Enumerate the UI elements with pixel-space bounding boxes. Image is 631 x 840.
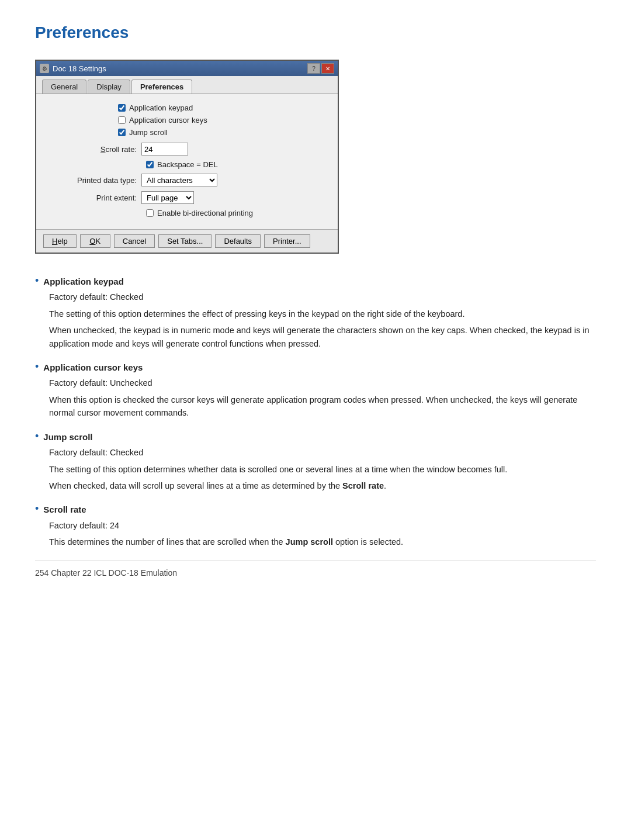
backspace-label: Backspace = DEL bbox=[157, 160, 218, 169]
doc-section: •Application keypadFactory default: Chec… bbox=[35, 275, 596, 350]
cancel-button[interactable]: Cancel bbox=[114, 234, 155, 248]
bullet-title: Application cursor keys bbox=[43, 361, 143, 374]
tab-display[interactable]: Display bbox=[88, 79, 130, 94]
doc-section: •Scroll rateFactory default: 24This dete… bbox=[35, 503, 596, 548]
scroll-rate-input[interactable] bbox=[141, 143, 188, 155]
doc-paragraph: This determines the number of lines that… bbox=[49, 535, 596, 548]
application-keypad-label: Application keypad bbox=[129, 103, 193, 112]
application-cursor-label: Application cursor keys bbox=[129, 116, 207, 125]
checkbox-application-cursor: Application cursor keys bbox=[118, 116, 326, 125]
factory-default: Factory default: Checked bbox=[49, 291, 596, 303]
bullet-item: •Scroll rate bbox=[35, 503, 596, 516]
print-extent-row: Print extent: Full page Scroll region bbox=[48, 191, 326, 204]
set-tabs-button[interactable]: Set Tabs... bbox=[158, 234, 212, 248]
dialog-titlebar-left: ⚙ Doc 18 Settings bbox=[40, 64, 106, 73]
factory-default: Factory default: 24 bbox=[49, 519, 596, 532]
titlebar-buttons: ? ✕ bbox=[307, 63, 334, 74]
page-title: Preferences bbox=[35, 23, 596, 42]
help-titlebar-button[interactable]: ? bbox=[307, 63, 320, 74]
footer-text: 254 Chapter 22 ICL DOC-18 Emulation bbox=[35, 568, 177, 578]
doc-paragraph: The setting of this option determines th… bbox=[49, 307, 596, 320]
doc-paragraph: The setting of this option determines wh… bbox=[49, 463, 596, 476]
bullet-title: Application keypad bbox=[43, 275, 124, 288]
printed-data-row: Printed data type: All characters Printa… bbox=[48, 174, 326, 186]
bidirectional-row: Enable bi-directional printing bbox=[146, 209, 326, 217]
doc-paragraph: When checked, data will scroll up severa… bbox=[49, 479, 596, 492]
jump-scroll-label: Jump scroll bbox=[129, 128, 168, 137]
scroll-rate-label: Scroll rate: bbox=[48, 145, 141, 154]
documentation-sections: •Application keypadFactory default: Chec… bbox=[35, 275, 596, 549]
close-titlebar-button[interactable]: ✕ bbox=[321, 63, 334, 74]
dialog-titlebar: ⚙ Doc 18 Settings ? ✕ bbox=[36, 61, 338, 76]
app-icon: ⚙ bbox=[40, 64, 49, 73]
checkbox-jump-scroll: Jump scroll bbox=[118, 128, 326, 137]
bidirectional-label: Enable bi-directional printing bbox=[157, 209, 253, 217]
backspace-row: Backspace = DEL bbox=[146, 160, 326, 169]
checkbox-application-keypad: Application keypad bbox=[118, 103, 326, 112]
dialog-body: Application keypad Application cursor ke… bbox=[36, 94, 338, 229]
doc-section: •Jump scrollFactory default: CheckedThe … bbox=[35, 430, 596, 493]
doc-section: •Application cursor keysFactory default:… bbox=[35, 361, 596, 420]
checkbox-backspace: Backspace = DEL bbox=[146, 160, 326, 169]
bullet-dot: • bbox=[35, 502, 39, 516]
dialog-window: ⚙ Doc 18 Settings ? ✕ General Display Pr… bbox=[35, 60, 339, 254]
checkbox-bidirectional: Enable bi-directional printing bbox=[146, 209, 326, 217]
defaults-button[interactable]: Defaults bbox=[215, 234, 261, 248]
bullet-item: •Jump scroll bbox=[35, 430, 596, 444]
factory-default: Factory default: Unchecked bbox=[49, 376, 596, 389]
help-button[interactable]: Help bbox=[43, 234, 77, 248]
bullet-item: •Application cursor keys bbox=[35, 361, 596, 374]
backspace-checkbox[interactable] bbox=[146, 161, 154, 168]
bullet-dot: • bbox=[35, 274, 39, 288]
tab-general[interactable]: General bbox=[42, 79, 86, 94]
doc-paragraph: When unchecked, the keypad is in numeric… bbox=[49, 324, 596, 350]
scroll-rate-row: Scroll rate: bbox=[48, 143, 326, 155]
page-footer: 254 Chapter 22 ICL DOC-18 Emulation bbox=[35, 561, 596, 578]
factory-default: Factory default: Checked bbox=[49, 446, 596, 459]
application-cursor-checkbox[interactable] bbox=[118, 116, 126, 124]
bidirectional-checkbox[interactable] bbox=[146, 209, 154, 217]
printed-data-label: Printed data type: bbox=[48, 176, 141, 185]
printer-button[interactable]: Printer... bbox=[264, 234, 310, 248]
bullet-dot: • bbox=[35, 359, 39, 374]
bullet-item: •Application keypad bbox=[35, 275, 596, 288]
bullet-dot: • bbox=[35, 429, 39, 444]
dialog-title: Doc 18 Settings bbox=[53, 64, 106, 73]
bullet-title: Jump scroll bbox=[43, 430, 92, 444]
printed-data-select[interactable]: All characters Printable only bbox=[141, 174, 217, 186]
checkboxes-group: Application keypad Application cursor ke… bbox=[118, 103, 326, 137]
tab-preferences[interactable]: Preferences bbox=[131, 79, 192, 94]
dialog-footer: Help OK Cancel Set Tabs... Defaults Prin… bbox=[36, 229, 338, 253]
print-extent-select[interactable]: Full page Scroll region bbox=[141, 191, 194, 204]
jump-scroll-checkbox[interactable] bbox=[118, 129, 126, 136]
doc-paragraph: When this option is checked the cursor k… bbox=[49, 393, 596, 420]
ok-button[interactable]: OK bbox=[80, 234, 110, 248]
bullet-title: Scroll rate bbox=[43, 503, 86, 516]
dialog-tabs: General Display Preferences bbox=[36, 76, 338, 94]
application-keypad-checkbox[interactable] bbox=[118, 104, 126, 112]
print-extent-label: Print extent: bbox=[48, 193, 141, 202]
